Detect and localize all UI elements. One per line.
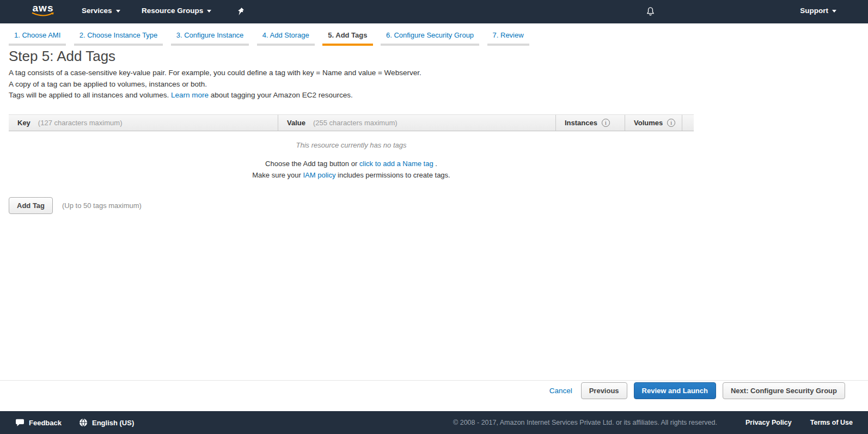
terms-of-use-link[interactable]: Terms of Use — [810, 419, 853, 426]
value-column-header: Value (255 characters maximum) — [278, 115, 555, 131]
key-header-label: Key — [17, 119, 30, 127]
intro-line-3-pre: Tags will be applied to all instances an… — [9, 91, 171, 99]
value-header-label: Value — [287, 119, 305, 127]
iam-pre-text: Make sure your — [252, 171, 303, 179]
support-label: Support — [800, 7, 828, 15]
tag-table-header: Key (127 characters maximum) Value (255 … — [9, 114, 694, 131]
tab-6-configure-security-group[interactable]: 6. Configure Security Group — [381, 23, 479, 46]
instances-header-label: Instances — [565, 119, 597, 127]
add-tag-button[interactable]: Add Tag — [9, 197, 53, 214]
chevron-down-icon — [832, 10, 836, 13]
previous-button[interactable]: Previous — [581, 382, 627, 399]
feedback-label: Feedback — [29, 419, 62, 427]
intro-line-1: A tag consists of a case-sensitive key-v… — [9, 68, 421, 79]
next-configure-security-group-button[interactable]: Next: Configure Security Group — [723, 382, 845, 399]
intro-text: A tag consists of a case-sensitive key-v… — [9, 68, 421, 101]
page-title: Step 5: Add Tags — [9, 48, 115, 65]
intro-line-3: Tags will be applied to all instances an… — [9, 90, 421, 101]
privacy-policy-link[interactable]: Privacy Policy — [745, 419, 792, 426]
wizard-tabs: 1. Choose AMI 2. Choose Instance Type 3.… — [9, 23, 868, 46]
notifications-bell-icon[interactable] — [645, 6, 656, 19]
speech-bubble-icon — [15, 419, 25, 427]
key-header-hint: (127 characters maximum) — [38, 119, 123, 127]
support-menu[interactable]: Support — [800, 7, 836, 15]
value-header-hint: (255 characters maximum) — [313, 119, 398, 127]
instances-info-icon[interactable]: i — [602, 119, 610, 127]
empty-state-choose-line: Choose the Add tag button or click to ad… — [9, 160, 694, 168]
volumes-header-label: Volumes — [634, 119, 663, 127]
iam-policy-link[interactable]: IAM policy — [303, 171, 335, 179]
tab-3-configure-instance[interactable]: 3. Configure Instance — [171, 23, 249, 46]
top-nav: aws Services Resource Groups Su — [0, 0, 868, 23]
volumes-column-header: Volumes i — [625, 115, 682, 131]
aws-logo-text: aws — [32, 3, 54, 13]
services-menu[interactable]: Services — [82, 7, 120, 15]
chevron-down-icon — [116, 10, 120, 13]
add-name-tag-link[interactable]: click to add a Name tag — [359, 160, 433, 168]
intro-line-2: A copy of a tag can be applied to volume… — [9, 79, 421, 90]
volumes-info-icon[interactable]: i — [667, 119, 675, 127]
chevron-down-icon — [207, 10, 211, 13]
tab-2-choose-instance-type[interactable]: 2. Choose Instance Type — [74, 23, 163, 46]
iam-post-text: includes permissions to create tags. — [335, 171, 450, 179]
empty-state-iam-line: Make sure your IAM policy includes permi… — [9, 171, 694, 179]
language-label: English (US) — [92, 419, 134, 427]
feedback-button[interactable]: Feedback — [15, 419, 62, 427]
key-column-header: Key (127 characters maximum) — [9, 115, 278, 131]
choose-pre-text: Choose the Add tag button or — [265, 160, 359, 168]
copyright-text: © 2008 - 2017, Amazon Internet Services … — [453, 419, 717, 426]
site-footer: Feedback English (US) © 2008 - 2017, Ama… — [0, 411, 868, 434]
resource-groups-menu[interactable]: Resource Groups — [142, 7, 211, 15]
services-label: Services — [82, 7, 112, 15]
actions-divider — [0, 380, 868, 381]
review-and-launch-button[interactable]: Review and Launch — [634, 382, 716, 399]
language-selector[interactable]: English (US) — [79, 418, 134, 427]
learn-more-link[interactable]: Learn more — [171, 91, 209, 99]
choose-post-text: . — [433, 160, 437, 168]
page: aws Services Resource Groups Su — [0, 0, 868, 434]
aws-logo[interactable]: aws — [32, 3, 54, 17]
tab-5-add-tags[interactable]: 5. Add Tags — [322, 23, 372, 46]
globe-icon — [79, 418, 88, 427]
actions-row: Cancel Previous Review and Launch Next: … — [549, 382, 845, 399]
pin-icon[interactable] — [237, 7, 245, 18]
intro-line-3-post: about tagging your Amazon EC2 resources. — [209, 91, 353, 99]
cancel-link[interactable]: Cancel — [549, 387, 572, 395]
resource-groups-label: Resource Groups — [142, 7, 203, 15]
add-tag-hint: (Up to 50 tags maximum) — [62, 201, 142, 210]
instances-column-header: Instances i — [555, 115, 625, 131]
header-spacer — [682, 115, 694, 131]
tab-7-review[interactable]: 7. Review — [487, 23, 529, 46]
tab-4-add-storage[interactable]: 4. Add Storage — [257, 23, 315, 46]
tab-1-choose-ami[interactable]: 1. Choose AMI — [9, 23, 66, 46]
empty-state-message: This resource currently has no tags — [9, 141, 694, 149]
